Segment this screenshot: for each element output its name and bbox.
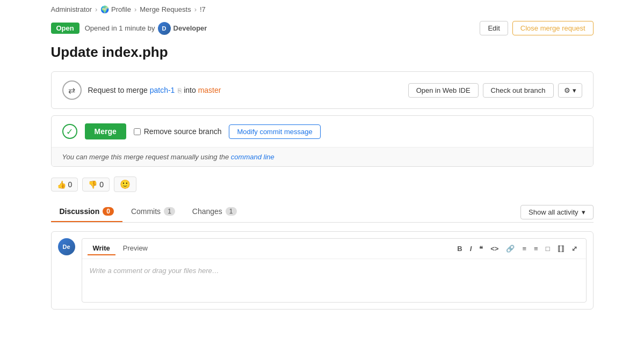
merge-info-card: ⇄ Request to merge patch-1 ⎘ into master… bbox=[51, 71, 594, 109]
ordered-list-button[interactable]: ≡ bbox=[531, 242, 541, 255]
modify-commit-message-button[interactable]: Modify commit message bbox=[229, 124, 320, 139]
branch-to-link[interactable]: master bbox=[198, 86, 221, 94]
breadcrumb-current: !7 bbox=[200, 5, 206, 13]
table-button[interactable]: □ bbox=[542, 242, 553, 255]
merge-action-card: ✓ Merge Remove source branch Modify comm… bbox=[51, 115, 594, 167]
breadcrumb-admin[interactable]: Administrator bbox=[51, 5, 92, 13]
chevron-down-icon: ▾ bbox=[582, 208, 585, 216]
commits-count: 1 bbox=[164, 207, 175, 216]
header-left: Open Opened in 1 minute by D Developer bbox=[51, 22, 207, 35]
bullet-list-button[interactable]: ≡ bbox=[519, 242, 530, 255]
comment-area: De Write Preview B I ❝ <> 🔗 ≡ ≡ □ ⟦⟧ ⤢ W bbox=[51, 231, 594, 310]
tabs-left: Discussion 0 Commits 1 Changes 1 bbox=[51, 202, 245, 222]
gear-icon: ⚙ bbox=[564, 86, 570, 94]
command-line-link[interactable]: command line bbox=[231, 153, 274, 161]
tab-changes[interactable]: Changes 1 bbox=[184, 202, 245, 222]
tab-commits[interactable]: Commits 1 bbox=[122, 202, 184, 222]
changes-count: 1 bbox=[226, 207, 237, 216]
branch-from-link[interactable]: patch-1 bbox=[150, 86, 175, 94]
chevron-down-icon: ▾ bbox=[573, 86, 576, 94]
link-button[interactable]: 🔗 bbox=[503, 242, 518, 255]
remove-source-branch-checkbox[interactable] bbox=[134, 128, 141, 135]
developer-name: Developer bbox=[173, 24, 207, 32]
format-buttons: B I ❝ <> 🔗 ≡ ≡ □ ⟦⟧ ⤢ bbox=[454, 242, 580, 255]
merge-info-left: ⇄ Request to merge patch-1 ⎘ into master bbox=[62, 80, 221, 100]
avatar: D bbox=[158, 22, 171, 35]
header-row: Open Opened in 1 minute by D Developer E… bbox=[51, 21, 594, 35]
status-badge: Open bbox=[51, 23, 79, 34]
open-in-web-ide-button[interactable]: Open in Web IDE bbox=[408, 83, 479, 98]
show-all-activity-button[interactable]: Show all activity ▾ bbox=[520, 205, 593, 219]
breadcrumb-profile[interactable]: 🌍 Profile bbox=[100, 5, 131, 13]
comment-avatar: De bbox=[58, 238, 75, 255]
merge-button[interactable]: Merge bbox=[85, 123, 126, 139]
breadcrumb-sep-2: › bbox=[134, 5, 136, 13]
fullscreen-button[interactable]: ⤢ bbox=[568, 242, 581, 255]
check-circle-icon: ✓ bbox=[62, 124, 77, 139]
thumbs-down-button[interactable]: 👎 0 bbox=[82, 178, 110, 192]
reactions-row: 👍 0 👎 0 🙂 bbox=[51, 176, 594, 192]
breadcrumb: Administrator › 🌍 Profile › Merge Reques… bbox=[51, 5, 594, 13]
breadcrumb-merge-requests[interactable]: Merge Requests bbox=[140, 5, 191, 13]
comment-box: Write Preview B I ❝ <> 🔗 ≡ ≡ □ ⟦⟧ ⤢ Writ… bbox=[82, 238, 587, 303]
breadcrumb-sep-1: › bbox=[95, 5, 97, 13]
merge-manual-info: You can merge this merge request manuall… bbox=[52, 147, 593, 166]
page-title: Update index.php bbox=[51, 44, 594, 61]
merge-icon: ⇄ bbox=[62, 80, 82, 100]
merge-text: Request to merge patch-1 ⎘ into master bbox=[88, 86, 221, 94]
thumbs-up-count: 0 bbox=[68, 180, 73, 189]
smile-icon: 🙂 bbox=[120, 180, 131, 189]
edit-button[interactable]: Edit bbox=[480, 21, 508, 35]
thumbs-down-count: 0 bbox=[99, 180, 104, 189]
comment-toolbar: Write Preview B I ❝ <> 🔗 ≡ ≡ □ ⟦⟧ ⤢ bbox=[82, 239, 586, 259]
thumbs-up-button[interactable]: 👍 0 bbox=[51, 178, 78, 192]
code-block-button[interactable]: ⟦⟧ bbox=[554, 242, 567, 255]
code-button[interactable]: <> bbox=[487, 242, 502, 255]
close-merge-request-button[interactable]: Close merge request bbox=[512, 21, 594, 35]
tab-preview[interactable]: Preview bbox=[118, 242, 153, 255]
tab-write[interactable]: Write bbox=[88, 242, 115, 255]
comment-input[interactable]: Write a comment or drag your files here… bbox=[82, 259, 586, 302]
header-buttons: Edit Close merge request bbox=[480, 21, 593, 35]
merge-dropdown-button[interactable]: ⚙ ▾ bbox=[558, 83, 582, 98]
opened-by-text: Opened in 1 minute by D Developer bbox=[85, 22, 207, 35]
remove-source-branch-label[interactable]: Remove source branch bbox=[134, 127, 222, 136]
italic-button[interactable]: I bbox=[467, 242, 475, 255]
merge-action-row: ✓ Merge Remove source branch Modify comm… bbox=[52, 116, 593, 147]
discussion-count: 0 bbox=[103, 207, 114, 216]
add-reaction-button[interactable]: 🙂 bbox=[114, 176, 136, 192]
thumbs-down-icon: 👎 bbox=[88, 180, 97, 189]
copy-branch-icon[interactable]: ⎘ bbox=[178, 87, 182, 94]
thumbs-up-icon: 👍 bbox=[57, 180, 66, 189]
check-out-branch-button[interactable]: Check out branch bbox=[483, 83, 554, 98]
merge-info-right: Open in Web IDE Check out branch ⚙ ▾ bbox=[408, 83, 582, 98]
breadcrumb-sep-3: › bbox=[194, 5, 197, 13]
bold-button[interactable]: B bbox=[454, 242, 465, 255]
tab-discussion[interactable]: Discussion 0 bbox=[51, 202, 122, 222]
quote-button[interactable]: ❝ bbox=[476, 242, 486, 255]
tabs-row: Discussion 0 Commits 1 Changes 1 Show al… bbox=[51, 202, 594, 223]
